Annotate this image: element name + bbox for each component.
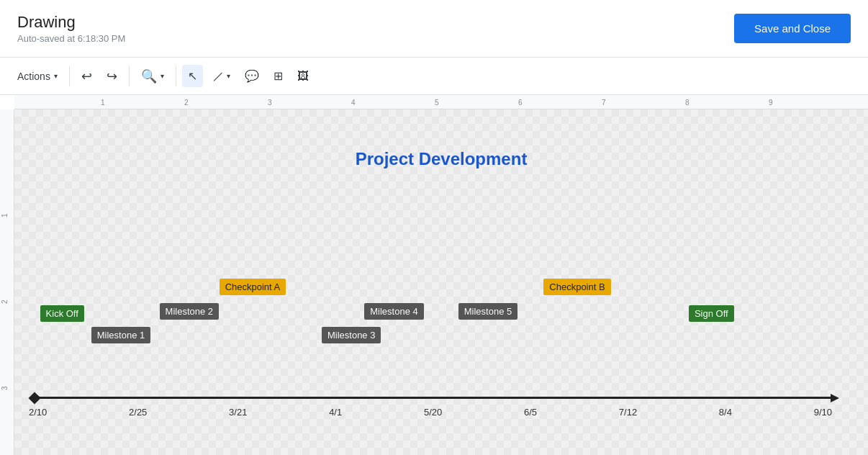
date-84: 8/4: [719, 407, 732, 418]
milestone-1: Milestone 1: [91, 327, 150, 343]
undo-button[interactable]: ↩: [76, 64, 98, 89]
date-210: 2/10: [29, 407, 47, 418]
svg-text:6: 6: [518, 99, 523, 107]
milestone-2: Milestone 2: [160, 303, 219, 320]
table-button[interactable]: ⊞: [268, 65, 289, 87]
date-321: 3/21: [229, 407, 247, 418]
svg-text:4: 4: [351, 99, 356, 107]
toolbar-divider-2: [129, 66, 130, 86]
save-close-button[interactable]: Save and Close: [734, 14, 851, 43]
line-chevron-icon: ▾: [227, 72, 230, 80]
header-left: Drawing Auto-saved at 6:18:30 PM: [17, 13, 125, 44]
date-41: 4/1: [329, 407, 342, 418]
date-65: 6/5: [524, 407, 537, 418]
date-520: 5/20: [424, 407, 442, 418]
timeline-line: [35, 397, 832, 399]
diagram-title: Project Development: [356, 149, 528, 169]
canvas-area[interactable]: 1 2 3 4 5 6 7 8 9 // ticks handled by SV…: [0, 95, 868, 455]
autosave-status: Auto-saved at 6:18:30 PM: [17, 33, 125, 44]
header: Drawing Auto-saved at 6:18:30 PM Save an…: [0, 0, 868, 58]
zoom-button[interactable]: 🔍 ▾: [135, 64, 170, 89]
svg-text:2: 2: [184, 99, 189, 107]
zoom-chevron-icon: ▾: [161, 72, 164, 80]
select-icon: ↖: [188, 69, 197, 83]
toolbar: Actions ▾ ↩ ↪ 🔍 ▾ ↖ — ▾ 💬 ⊞ 🖼: [0, 58, 868, 95]
milestone-5: Milestone 5: [458, 303, 517, 320]
image-button[interactable]: 🖼: [291, 66, 315, 87]
checkpoint-a: Checkpoint A: [220, 279, 286, 295]
line-tool-button[interactable]: — ▾: [206, 66, 236, 87]
date-910: 9/10: [814, 407, 832, 418]
actions-menu-button[interactable]: Actions ▾: [12, 66, 63, 86]
comment-button[interactable]: 💬: [239, 65, 265, 87]
actions-label: Actions: [17, 71, 50, 82]
select-tool-button[interactable]: ↖: [182, 65, 203, 87]
comment-icon: 💬: [245, 69, 259, 83]
table-icon: ⊞: [273, 69, 283, 83]
ruler-vertical: 1 2 3: [0, 109, 14, 455]
toolbar-divider-3: [176, 66, 176, 86]
svg-text:7: 7: [602, 99, 606, 107]
checkpoint-b: Checkpoint B: [543, 279, 610, 295]
app-title: Drawing: [17, 13, 125, 32]
milestone-signoff: Sign Off: [689, 305, 734, 322]
canvas-content[interactable]: Project Development Kick Off Milestone 1…: [14, 109, 868, 455]
milestone-3: Milestone 3: [322, 327, 381, 343]
redo-button[interactable]: ↪: [101, 64, 123, 89]
drawing-container: Project Development Kick Off Milestone 1…: [14, 109, 868, 455]
milestone-4: Milestone 4: [364, 303, 423, 320]
svg-text:2: 2: [1, 299, 9, 304]
svg-text:1: 1: [101, 99, 105, 107]
date-225: 2/25: [129, 407, 147, 418]
svg-text:5: 5: [435, 99, 439, 107]
ruler-horizontal: 1 2 3 4 5 6 7 8 9 // ticks handled by SV…: [14, 95, 868, 109]
svg-text:8: 8: [685, 99, 690, 107]
date-labels: 2/10 2/25 3/21 4/1 5/20 6/5 7/12 8/4 9/1…: [29, 407, 832, 418]
zoom-icon: 🔍: [141, 68, 157, 84]
svg-text:1: 1: [1, 213, 9, 217]
redo-icon: ↪: [107, 68, 117, 84]
svg-text:3: 3: [268, 99, 272, 107]
svg-text:9: 9: [769, 99, 773, 107]
actions-chevron-icon: ▾: [54, 72, 58, 80]
date-712: 7/12: [619, 407, 637, 418]
image-icon: 🖼: [297, 70, 309, 83]
toolbar-divider-1: [69, 66, 70, 86]
undo-icon: ↩: [81, 68, 92, 84]
timeline-end-arrow: [831, 394, 839, 402]
line-icon: —: [209, 67, 226, 84]
svg-text:3: 3: [1, 386, 9, 390]
milestone-kickoff: Kick Off: [40, 305, 84, 322]
